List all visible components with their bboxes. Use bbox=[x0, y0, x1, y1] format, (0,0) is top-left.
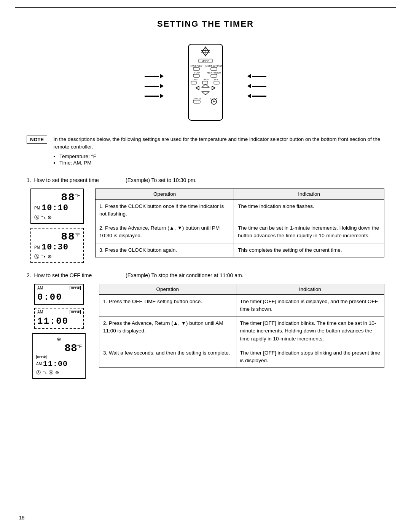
arrow-right-1 bbox=[145, 74, 164, 78]
note-text: In the descriptions below, the following… bbox=[53, 136, 384, 151]
section2-op-1: 1. Press the OFF TIME setting button onc… bbox=[99, 294, 236, 316]
remote-illustration: MODE FAN SPEED NIGHT SETBACK FLAP HIGH P… bbox=[27, 40, 384, 124]
note-bullet-temp: Temperature: °F bbox=[59, 153, 384, 159]
section-2-label: 2. How to set the OFF time bbox=[27, 272, 126, 278]
svg-text:MODE: MODE bbox=[202, 60, 210, 62]
section1-op-3: 3. Press the CLOCK button again. bbox=[96, 243, 234, 257]
section-2-body: AM OFF② 0:00 AM OFF② 11:00 ❄ bbox=[27, 284, 384, 379]
lcd-display-1a: 88 °F PM 10:10 Ⓐ⁻₁⊛ bbox=[30, 189, 84, 224]
note-section: NOTE In the descriptions below, the foll… bbox=[27, 136, 384, 166]
arrow-left-3 bbox=[247, 94, 266, 98]
section-1-header: 1. How to set the present time (Example)… bbox=[27, 177, 384, 183]
arrow-right-2 bbox=[145, 84, 164, 88]
section1-col-operation: Operation bbox=[96, 189, 234, 199]
arrow-left-2 bbox=[247, 84, 266, 88]
table-row: 1. Press the CLOCK button once if the ti… bbox=[96, 199, 384, 221]
section1-op-1: 1. Press the CLOCK button once if the ti… bbox=[96, 199, 234, 221]
section-1-displays: 88 °F PM 10:10 Ⓐ⁻₁⊛ 88 °F bbox=[27, 189, 88, 263]
svg-text:CLOCK: CLOCK bbox=[210, 97, 218, 100]
lcd-display-2b: AM OFF② 11:00 bbox=[34, 308, 84, 329]
section-1: 1. How to set the present time (Example)… bbox=[27, 177, 384, 263]
svg-text:FAN SPEED: FAN SPEED bbox=[191, 65, 202, 67]
svg-text:ON ②: ON ② bbox=[193, 78, 198, 81]
svg-text:OFF②: OFF② bbox=[213, 78, 218, 81]
section1-col-indication: Indication bbox=[234, 189, 384, 199]
note-label: NOTE bbox=[27, 136, 47, 144]
section2-op-2: 2. Press the Advance, Return (▲, ▼) butt… bbox=[99, 316, 236, 346]
lcd-display-2c: ❄ 88 °F OFF② AM 11:00 Ⓐ⁻₁Ⓐ⊛ bbox=[32, 333, 86, 379]
svg-text:FLAP: FLAP bbox=[194, 72, 200, 74]
section2-ind-3: The timer [OFF] indication stops blinkin… bbox=[236, 346, 384, 368]
page-border-top bbox=[15, 7, 396, 8]
table-row: 1. Press the OFF TIME setting button onc… bbox=[99, 294, 384, 316]
svg-text:NIGHT SETBACK: NIGHT SETBACK bbox=[206, 65, 223, 67]
table-row: 3. Press the CLOCK button again. This co… bbox=[96, 243, 384, 257]
section-2-example: (Example) To stop the air conditioner at… bbox=[126, 272, 243, 278]
table-row: 2. Press the Advance, Return (▲, ▼) butt… bbox=[96, 221, 384, 243]
section-2-displays: AM OFF② 0:00 AM OFF② 11:00 ❄ bbox=[27, 284, 91, 379]
section-1-table: Operation Indication 1. Press the CLOCK … bbox=[95, 189, 384, 257]
section2-col-indication: Indication bbox=[236, 284, 384, 294]
section1-ind-1: The time indication alone flashes. bbox=[234, 199, 384, 221]
table-row: 3. Wait a few seconds, and then the sett… bbox=[99, 346, 384, 368]
lcd-display-1b: 88 °F PM 10:30 Ⓐ⁻₁⊛ bbox=[30, 228, 84, 263]
section1-op-2: 2. Press the Advance, Return (▲, ▼) butt… bbox=[96, 221, 234, 243]
svg-text:CANCEL: CANCEL bbox=[193, 97, 201, 100]
page-title: SETTING THE TIMER bbox=[27, 19, 384, 29]
section-2: 2. How to set the OFF time (Example) To … bbox=[27, 272, 384, 379]
svg-text:TIMER: TIMER bbox=[202, 78, 209, 81]
section-1-body: 88 °F PM 10:10 Ⓐ⁻₁⊛ 88 °F bbox=[27, 189, 384, 263]
svg-text:HIGH POWER: HIGH POWER bbox=[207, 72, 221, 74]
section-2-table: Operation Indication 1. Press the OFF TI… bbox=[99, 284, 384, 368]
page-number: 18 bbox=[19, 515, 24, 521]
section2-ind-1: The timer [OFF] indication is displayed,… bbox=[236, 294, 384, 316]
lcd-display-2a: AM OFF② 0:00 bbox=[34, 284, 84, 305]
section-2-header: 2. How to set the OFF time (Example) To … bbox=[27, 272, 384, 278]
section-1-label: 1. How to set the present time bbox=[27, 177, 126, 183]
remote-svg: MODE FAN SPEED NIGHT SETBACK FLAP HIGH P… bbox=[167, 42, 244, 122]
section2-ind-2: The timer [OFF] indication blinks. The t… bbox=[236, 316, 384, 346]
note-bullets: Temperature: °F Time: AM, PM bbox=[53, 153, 384, 166]
section2-col-operation: Operation bbox=[99, 284, 236, 294]
table-row: 2. Press the Advance, Return (▲, ▼) butt… bbox=[99, 316, 384, 346]
section-1-example: (Example) To set to 10:30 pm. bbox=[126, 177, 197, 183]
section1-ind-2: The time can be set in 1-minute incremen… bbox=[234, 221, 384, 243]
section1-ind-3: This completes the setting of the curren… bbox=[234, 243, 384, 257]
section2-op-3: 3. Wait a few seconds, and then the sett… bbox=[99, 346, 236, 368]
note-bullet-time: Time: AM, PM bbox=[59, 160, 384, 166]
page-border-bottom bbox=[15, 525, 396, 525]
arrow-left-1 bbox=[247, 74, 266, 78]
arrow-right-3 bbox=[145, 94, 164, 98]
